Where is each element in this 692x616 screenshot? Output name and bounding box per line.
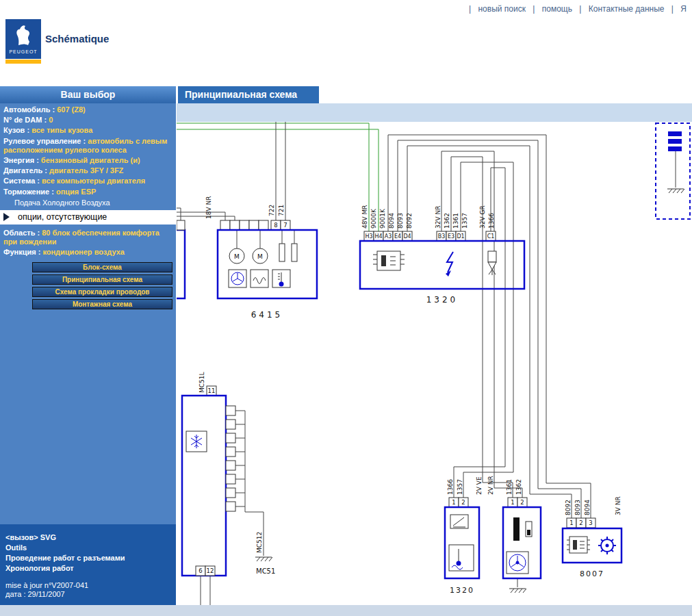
wire-label: 8092 (406, 213, 413, 229)
separator: | (469, 4, 471, 14)
wire-label: 1362 (515, 479, 522, 495)
component-resistor-fan: 1 2 (503, 498, 541, 578)
date-label: дата : 29/11/2007 (5, 590, 170, 598)
peugeot-logo: PEUGEOT (5, 19, 41, 59)
pin-label: 2 (520, 499, 524, 506)
wire-label: 1357 (461, 213, 468, 229)
pin-boxes (220, 220, 290, 230)
field-label: Кузов : (3, 126, 29, 134)
resistor-icon (292, 244, 297, 261)
field-value: кондиционер воздуха (42, 248, 125, 256)
component-id: 6415 (251, 310, 283, 320)
field-energy: Энергия : бензиновый двигатель (и) (3, 156, 172, 165)
svg-text:H4: H4 (374, 233, 382, 240)
wire-label: 1366 (447, 479, 454, 495)
field-value: все типы кузова (31, 126, 92, 134)
svg-call-link[interactable]: <вызов> SVG (5, 532, 170, 543)
component-6415: 8 7 M M (218, 220, 317, 320)
wire-label: 18V NR (205, 196, 212, 219)
field-steering: Рулевое управление : автомобиль с левым … (3, 137, 172, 155)
field-label: Энергия : (3, 156, 39, 164)
version-label: mise à jour n°V2007-041 (5, 580, 170, 590)
svg-text:D4: D4 (403, 233, 411, 240)
field-system: Система : все компьютеры двигателя (3, 177, 172, 185)
svg-text:C1: C1 (487, 233, 495, 240)
pin-label: 1 (452, 499, 455, 506)
component-dashed-right (656, 123, 690, 219)
link-contacts[interactable]: Контактные данные (589, 4, 665, 14)
brand-yellow-bar (5, 60, 41, 64)
injector-icon (488, 251, 496, 275)
logo-text: PEUGEOT (5, 49, 41, 54)
sidebar-area: Область : 80 блок обеспечения комфорта п… (0, 227, 176, 310)
field-label: Двигатель : (3, 166, 47, 175)
chip-icon (373, 251, 405, 270)
svg-text:D1: D1 (457, 233, 464, 240)
pin-label: 6 (198, 567, 202, 574)
wire-labels-1320-top: 48V MR 9000K 9001K 8094 8093 8092 32V NR… (361, 205, 495, 229)
field-vehicle: Автомобиль : 607 (Z8) (3, 105, 172, 114)
expand-arrow-icon (3, 213, 10, 221)
field-area: Область : 80 блок обеспечения комфорта п… (3, 229, 172, 246)
ground-symbols (255, 189, 684, 593)
fan-icon (231, 272, 244, 285)
coolant-temp-icon (449, 545, 474, 571)
page: | новый поиск | помощь | Контактные данн… (0, 0, 692, 616)
pin-label: 7 (283, 222, 287, 229)
field-body: Кузов : все типы кузова (3, 126, 172, 135)
motor-letter: M (234, 253, 240, 260)
field-value: опция ESP (56, 188, 96, 196)
sidebar-footer: <вызов> SVG Outils Проведение работ с ра… (0, 524, 176, 605)
wire-labels-1320-bottom: 1366 1357 (447, 479, 463, 495)
options-missing-row[interactable]: опции, отсутствующие (0, 210, 176, 224)
component-id: 1320 (426, 295, 459, 305)
app-title: Schématique (45, 33, 109, 44)
wire-label: 2V VE (476, 476, 483, 495)
field-label: Торможение : (3, 188, 54, 196)
field-function: Функция : кондиционер воздуха (3, 248, 172, 257)
wire-label: 1361 (452, 213, 459, 229)
connector-works-link[interactable]: Проведение работ с разъемами (5, 553, 170, 563)
wiring-route-button[interactable]: Схема прокладки проводов (32, 287, 172, 297)
field-label: Система : (3, 177, 40, 185)
pin-label: 1 (511, 499, 514, 506)
thermometer-icon (278, 272, 284, 287)
mounting-diagram-button[interactable]: Монтажная схема (32, 299, 172, 309)
component-1320-top: H3 H4 A3 E4 D4 B3 E3 D1 C1 (360, 231, 524, 305)
field-value: 607 (Z8) (57, 105, 86, 114)
wire-label: 9001K (379, 208, 386, 229)
wire-label: 8094 (388, 213, 395, 229)
snowflake-icon (191, 435, 202, 448)
outils-link[interactable]: Outils (5, 543, 170, 553)
wire-label: 8094 (584, 500, 591, 515)
block-diagram-button[interactable]: Блок-схема (32, 262, 172, 272)
component-1320-bottom: 1 2 1320 (445, 498, 479, 595)
wire-labels-6415: 18V NR 722 721 (205, 196, 285, 219)
schematic-diagram-button[interactable]: Принципиальная схема (32, 274, 172, 285)
separator: | (671, 4, 674, 14)
work-history-link[interactable]: Хронология работ (5, 563, 170, 574)
top-links: | новый поиск | помощь | Контактные данн… (464, 4, 687, 14)
link-help[interactable]: помощь (542, 4, 572, 14)
field-label: Область : (3, 229, 40, 237)
link-language-truncated[interactable]: Я (680, 4, 687, 14)
component-mc51l: MC51L 11 6 12 (182, 372, 235, 576)
component-id: MC51L (198, 372, 205, 393)
link-new-search[interactable]: новый поиск (478, 4, 525, 14)
svg-text:B3: B3 (438, 233, 446, 240)
svg-text:E3: E3 (448, 233, 454, 240)
pin-labels: H3 H4 A3 E4 D4 B3 E3 D1 C1 (365, 233, 494, 240)
component-8007: 1 2 3 8007 (563, 518, 621, 578)
pin-label: 8 (274, 222, 277, 229)
field-dam: N° de DAM : 0 (3, 116, 172, 125)
fan-gear-icon (598, 537, 616, 554)
lightning-icon (446, 252, 453, 277)
blower-fan-icon (509, 554, 526, 571)
svg-text:H3: H3 (365, 233, 372, 240)
wire-label: 9000K (370, 208, 377, 229)
title-band (177, 103, 692, 122)
wire-label: 2V NR (487, 476, 494, 495)
separator: | (579, 4, 581, 14)
wire-label: 48V MR (361, 205, 368, 229)
wire-label: 8093 (574, 500, 581, 515)
